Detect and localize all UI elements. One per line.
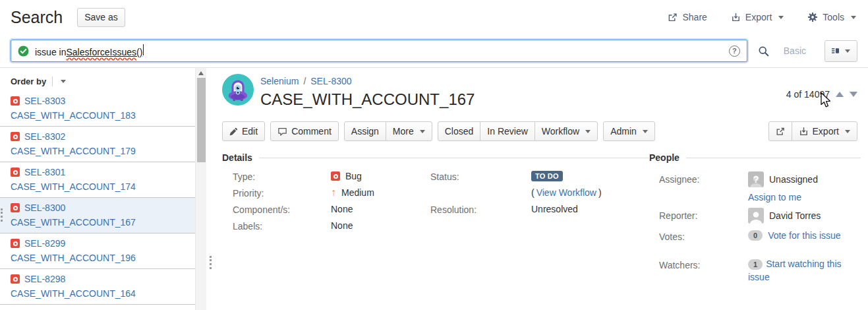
export-download-icon (799, 127, 809, 137)
user-avatar-icon (748, 208, 764, 224)
project-avatar-selenium (222, 74, 254, 106)
order-by-control[interactable]: Order by (0, 68, 195, 91)
page-title: Search (11, 8, 63, 27)
workflow-menu-button[interactable]: Workflow (535, 121, 598, 141)
scroll-up-arrow[interactable] (198, 71, 204, 75)
share-icon (776, 127, 785, 137)
user-avatar-unknown-icon: ? (748, 171, 764, 187)
pager-position: 4 of 14097 (786, 89, 830, 100)
details-heading: Details (222, 152, 252, 163)
issue-summary-link[interactable]: CASE_WITH_ACCOUNT_164 (11, 288, 186, 299)
comment-button[interactable]: Comment (270, 121, 339, 141)
vote-link[interactable]: Vote for this issue (768, 230, 841, 241)
sidebar-drag-handle[interactable] (1, 208, 3, 222)
breadcrumb-issue-link[interactable]: SEL-8300 (310, 76, 351, 86)
bug-icon (11, 239, 20, 248)
assignee-field: Assignee: ? Unassigned Assign to me (659, 171, 861, 202)
share-icon (668, 13, 678, 22)
content: Order by SEL-8303 CASE_WITH_ACCOUNT_183 (0, 68, 868, 310)
syntax-help-icon[interactable]: ? (729, 46, 740, 57)
assign-to-me-link[interactable]: Assign to me (748, 192, 801, 202)
issue-summary-link[interactable]: CASE_WITH_ACCOUNT_196 (11, 253, 186, 263)
bug-icon (11, 168, 20, 177)
divider (52, 77, 53, 86)
jql-query-text: issue in SalesforceIssues() (35, 44, 144, 57)
issue-list-item[interactable]: SEL-8302 CASE_WITH_ACCOUNT_179 (0, 127, 195, 162)
issue-list-item[interactable]: SEL-8298 CASE_WITH_ACCOUNT_164 (0, 269, 195, 305)
issue-key-link[interactable]: SEL-8298 (24, 274, 65, 284)
scrollbar-thumb[interactable] (197, 78, 206, 162)
workflow-button-group: Closed In Review Workflow (438, 121, 598, 141)
jql-valid-check-icon (18, 46, 29, 57)
export-issue-button[interactable]: Export (792, 121, 857, 141)
issue-header: Selenium/SEL-8300 CASE_WITH_ACCOUNT_167 … (222, 74, 857, 109)
chevron-down-icon (585, 130, 591, 133)
top-bar: Search Save as Share Export Tools (0, 0, 868, 34)
jql-search-input[interactable]: issue in SalesforceIssues() ? (11, 40, 747, 62)
export-download-icon (731, 13, 741, 22)
search-submit-button[interactable] (758, 46, 769, 57)
chevron-down-icon (643, 130, 648, 133)
issue-key-link[interactable]: SEL-8299 (24, 238, 65, 249)
chevron-down-icon (845, 49, 850, 53)
assign-button[interactable]: Assign (344, 121, 386, 141)
top-actions: Share Export Tools (668, 12, 856, 22)
issue-summary-link[interactable]: CASE_WITH_ACCOUNT_174 (11, 181, 186, 192)
issue-key-link[interactable]: SEL-8302 (24, 131, 65, 142)
divider (686, 158, 861, 158)
issue-key-link[interactable]: SEL-8300 (24, 202, 65, 213)
issue-summary-link[interactable]: CASE_WITH_ACCOUNT_167 (11, 217, 186, 228)
chevron-down-icon (851, 16, 856, 19)
breadcrumb: Selenium/SEL-8300 (260, 76, 475, 86)
text-cursor (143, 44, 144, 55)
tools-menu-button[interactable]: Tools (807, 12, 856, 22)
components-field: Component/s: None (233, 204, 430, 216)
search-icon (758, 46, 769, 57)
people-heading: People (649, 152, 680, 163)
bug-icon (11, 96, 20, 106)
share-issue-button[interactable] (768, 121, 792, 141)
more-menu-button[interactable]: More (386, 121, 432, 141)
comment-bubble-icon (277, 127, 287, 137)
breadcrumb-project-link[interactable]: Selenium (260, 76, 299, 86)
views-dropdown-button[interactable] (825, 40, 857, 62)
issue-list-item[interactable]: SEL-8301 CASE_WITH_ACCOUNT_174 (0, 162, 195, 198)
admin-menu-button[interactable]: Admin (603, 121, 655, 141)
issue-toolbar: Edit Comment Assign More Closed In Revie… (222, 121, 857, 141)
closed-transition-button[interactable]: Closed (438, 121, 481, 141)
views-layout-icon (832, 46, 839, 55)
description-drag-handle[interactable] (210, 256, 212, 269)
save-as-button[interactable]: Save as (77, 8, 125, 27)
pencil-icon (229, 127, 238, 136)
status-field: Status: TO DO (430, 171, 649, 183)
labels-field: Labels: None (233, 220, 430, 233)
view-workflow-link[interactable]: View Workflow (536, 187, 596, 198)
previous-issue-arrow[interactable] (836, 92, 844, 97)
issue-list-item[interactable]: SEL-8300 CASE_WITH_ACCOUNT_167 (0, 198, 195, 233)
share-button[interactable]: Share (668, 12, 707, 22)
export-menu-button[interactable]: Export (731, 12, 784, 22)
jira-search-page: Search Save as Share Export Tools issue … (0, 0, 868, 310)
export-button-group: Export (768, 121, 857, 141)
view-workflow-row: (View Workflow) (430, 187, 649, 200)
issue-summary-link[interactable]: CASE_WITH_ACCOUNT_183 (11, 110, 186, 121)
results-sidebar: Order by SEL-8303 CASE_WITH_ACCOUNT_183 (0, 68, 206, 310)
chevron-down-icon (778, 16, 784, 19)
basic-mode-toggle[interactable]: Basic (784, 46, 806, 56)
in-review-transition-button[interactable]: In Review (480, 121, 535, 141)
sidebar-scrollbar[interactable] (195, 68, 206, 310)
edit-button[interactable]: Edit (222, 121, 265, 141)
status-badge: TO DO (531, 171, 563, 181)
issue-summary-link[interactable]: CASE_WITH_ACCOUNT_179 (11, 146, 186, 156)
next-issue-arrow[interactable] (850, 92, 857, 97)
issue-list-item[interactable]: SEL-8299 CASE_WITH_ACCOUNT_196 (0, 233, 195, 269)
chevron-down-icon (61, 80, 66, 83)
issue-list-item[interactable]: SEL-8303 CASE_WITH_ACCOUNT_183 (0, 91, 195, 127)
issue-key-link[interactable]: SEL-8303 (24, 96, 65, 106)
search-row: issue in SalesforceIssues() ? Basic (0, 34, 868, 68)
watchers-count-badge: 1 (748, 259, 763, 270)
gear-icon (807, 12, 818, 22)
divider (259, 158, 649, 158)
issue-title: CASE_WITH_ACCOUNT_167 (260, 90, 475, 109)
issue-key-link[interactable]: SEL-8301 (24, 167, 65, 177)
